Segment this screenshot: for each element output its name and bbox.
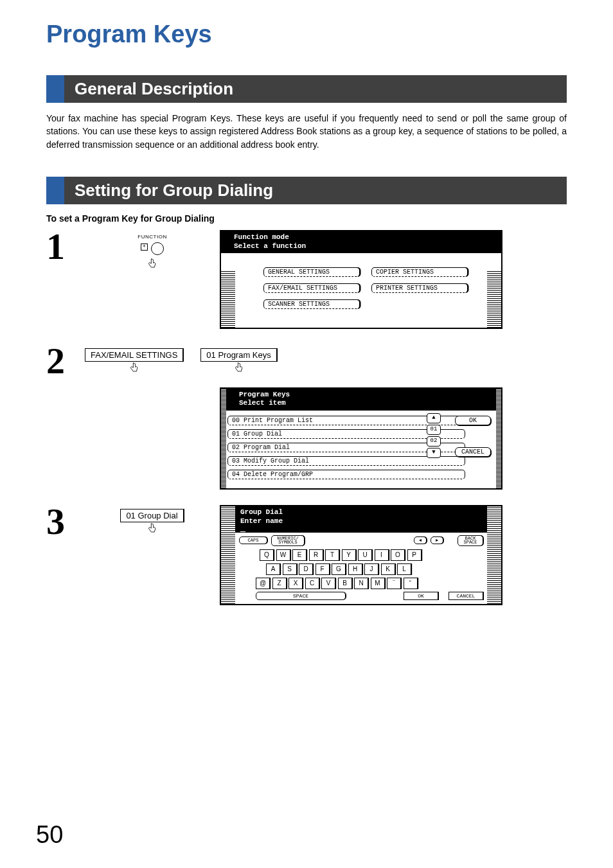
key-a[interactable]: A (266, 563, 280, 575)
hatch-decoration (221, 270, 235, 328)
fax-email-settings-soft-button[interactable]: FAX/EMAIL SETTINGS (85, 348, 184, 362)
space-key[interactable]: SPACE (256, 592, 346, 600)
key-v[interactable]: V (321, 578, 335, 589)
press-hand-icon (145, 522, 159, 535)
press-hand-icon (127, 362, 141, 375)
hatch-decoration (487, 506, 501, 604)
numeric-symbols-key[interactable]: NUMERIC/ SYMBOLS (271, 535, 305, 546)
lcd2-title1: Program Keys (239, 391, 483, 400)
asterisk-icon: ＊ (141, 244, 148, 251)
copier-settings-button[interactable]: COPIER SETTINGS (371, 267, 468, 277)
keyboard-row-2: A S D F G H J K L (266, 563, 483, 575)
key-z[interactable]: Z (272, 578, 287, 589)
key-c[interactable]: C (305, 578, 319, 589)
key-n[interactable]: N (354, 578, 368, 589)
key-o[interactable]: O (391, 549, 405, 561)
keyboard-cancel-button[interactable]: CANCEL (449, 592, 483, 600)
key-h[interactable]: H (348, 563, 362, 575)
lcd1-title2: Select a function (234, 242, 488, 251)
key-w[interactable]: W (276, 549, 290, 561)
key-l[interactable]: L (397, 563, 411, 575)
step-1-number: 1 (46, 230, 85, 263)
printer-settings-button[interactable]: PRINTER SETTINGS (371, 283, 468, 293)
scroll-index-01: 01 (427, 425, 441, 435)
cursor-left-key[interactable]: ◄ (414, 536, 427, 544)
general-description-text: Your fax machine has special Program Key… (46, 112, 567, 151)
keyboard-ok-button[interactable]: OK (404, 592, 438, 600)
key-i[interactable]: I (375, 549, 389, 561)
hatch-decoration (487, 270, 501, 328)
function-button-graphic: ＊ (85, 241, 220, 259)
cursor-right-key[interactable]: ► (431, 536, 443, 544)
key-p[interactable]: P (407, 549, 422, 561)
group-dialing-subheading: To set a Program Key for Group Dialing (46, 213, 567, 224)
scanner-settings-button[interactable]: SCANNER SETTINGS (263, 299, 360, 309)
lcd-group-dial-entry: Group Dial Enter name CAPS NUMERIC/ SYMB… (220, 505, 502, 605)
hatch-decoration (221, 389, 226, 489)
key-j[interactable]: J (364, 563, 378, 575)
round-button-icon (151, 242, 164, 255)
key-x[interactable]: X (289, 578, 303, 589)
program-keys-soft-button[interactable]: 01 Program Keys (200, 348, 277, 362)
key-diacritic-1[interactable]: ¨ (387, 578, 401, 589)
scroll-indicator: ▲ 01 02 ▼ (427, 413, 442, 459)
step-3: 3 01 Group Dial Group Dial Enter name (46, 505, 567, 605)
key-q[interactable]: Q (260, 549, 274, 561)
lcd2-title2: Select item (239, 399, 483, 408)
hatch-decoration (221, 506, 235, 604)
section-heading-general: General Description (46, 75, 567, 103)
scroll-up-icon[interactable]: ▲ (427, 413, 441, 423)
lcd1-title1: Function mode (234, 233, 488, 242)
step-1: 1 FUNCTION ＊ Function mode Select a func… (46, 230, 567, 330)
fax-email-settings-button[interactable]: FAX/EMAIL SETTINGS (263, 283, 360, 293)
key-e[interactable]: E (292, 549, 306, 561)
step-3-number: 3 (46, 505, 85, 538)
key-at[interactable]: @ (256, 578, 270, 589)
key-u[interactable]: U (358, 549, 372, 561)
section-heading-group-dialing: Setting for Group Dialing (46, 177, 567, 204)
key-b[interactable]: B (338, 578, 352, 589)
press-hand-icon (145, 258, 159, 270)
ok-button[interactable]: OK (455, 416, 491, 425)
general-settings-button[interactable]: GENERAL SETTINGS (263, 267, 360, 277)
key-diacritic-2[interactable]: ˘ (404, 578, 418, 589)
scroll-down-icon[interactable]: ▼ (427, 448, 441, 458)
keyboard-row-3: @ Z X C V B N M ¨ ˘ (256, 578, 483, 589)
cancel-button[interactable]: CANCEL (455, 447, 491, 457)
key-s[interactable]: S (283, 563, 297, 575)
key-g[interactable]: G (332, 563, 346, 575)
key-y[interactable]: Y (342, 549, 356, 561)
item-delete-program[interactable]: 04 Delete Program/GRP (227, 470, 465, 479)
key-t[interactable]: T (325, 549, 339, 561)
press-hand-icon (232, 362, 246, 375)
key-f[interactable]: F (315, 563, 330, 575)
key-m[interactable]: M (371, 578, 385, 589)
lcd3-title1: Group Dial (240, 508, 474, 517)
group-dial-soft-button[interactable]: 01 Group Dial (120, 509, 184, 522)
key-k[interactable]: K (381, 563, 395, 575)
function-label: FUNCTION (85, 234, 220, 240)
lcd-function-mode: Function mode Select a function GENERAL … (220, 230, 502, 330)
scroll-index-02: 02 (427, 436, 441, 447)
lcd3-title2: Enter name (240, 517, 474, 526)
hatch-decoration (496, 389, 501, 489)
page-title: Program Keys (46, 21, 567, 48)
key-r[interactable]: R (309, 549, 323, 561)
step-2-number: 2 (46, 344, 85, 378)
keyboard-row-1: Q W E R T Y U I O P (260, 549, 483, 561)
key-d[interactable]: D (299, 563, 313, 575)
page-number: 50 (36, 821, 63, 849)
caps-key[interactable]: CAPS (239, 536, 267, 544)
lcd-program-keys: Program Keys Select item 00 Print Progra… (220, 387, 502, 490)
backspace-key[interactable]: BACK SPACE (458, 535, 483, 546)
step-2: 2 FAX/EMAIL SETTINGS 01 Program Keys (46, 344, 567, 378)
